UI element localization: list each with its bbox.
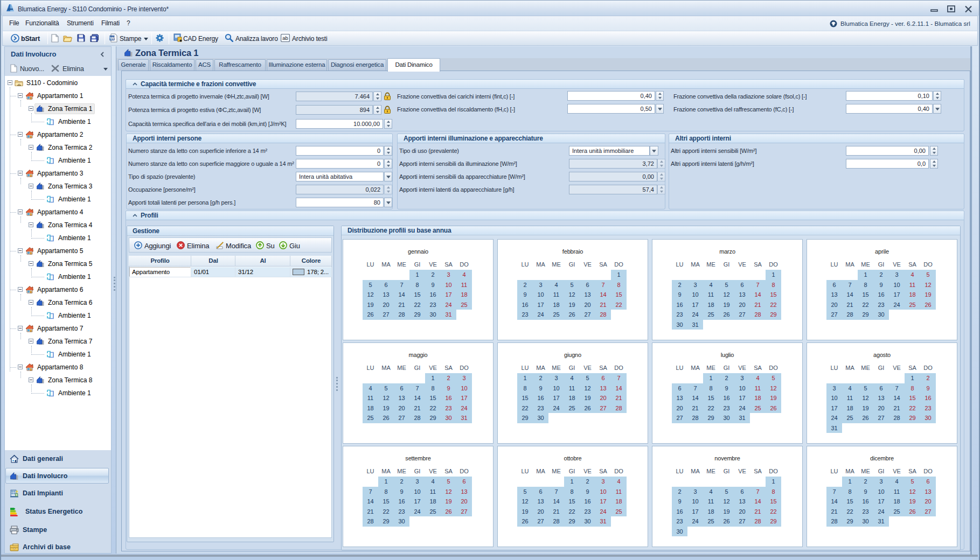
svg-text:W: W <box>110 36 115 41</box>
svg-text:ab: ab <box>282 35 288 41</box>
